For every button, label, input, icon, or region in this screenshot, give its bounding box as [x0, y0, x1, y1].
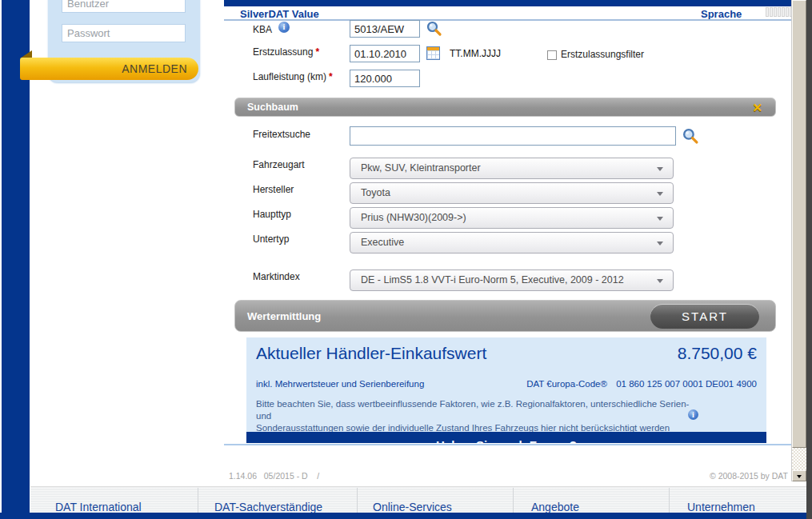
kba-search-icon[interactable]: [426, 20, 442, 37]
erstzulassungsfilter-label: Erstzulassungsfilter: [561, 49, 644, 60]
haupttyp-value: Prius (NHW30)(2009->): [361, 208, 466, 228]
laufleistung-label: Laufleistung (km)*: [253, 71, 333, 82]
europa-code-label: DAT €uropa-Code®: [526, 379, 607, 389]
haupttyp-select[interactable]: Prius (NHW30)(2009->): [350, 207, 674, 229]
nav-separator: [669, 488, 670, 514]
result-title: Aktueller Händler-Einkaufswert: [256, 344, 486, 363]
username-input[interactable]: [62, 0, 186, 13]
arrow-down-icon: [797, 475, 802, 478]
erstzulassung-label: Erstzulassung*: [253, 46, 319, 58]
date-format-hint: TT.MM.JJJJ: [450, 48, 501, 59]
version-text: 1.14.06 05/2015 - D /: [229, 471, 319, 481]
page-root: ANMELDEN SilverDAT Value Sprache KBA i E…: [0, 0, 812, 519]
required-marker: *: [329, 71, 333, 82]
flag-placeholder-icon[interactable]: [778, 7, 781, 17]
result-price: 8.750,00 €: [678, 344, 757, 363]
marktindex-select[interactable]: DE - LimS5 1.8 VVT-i Euro-Norm 5, Execut…: [350, 269, 674, 291]
content-top-bar: [224, 0, 792, 6]
untertyp-label: Untertyp: [253, 234, 289, 245]
freitext-search-icon[interactable]: [682, 127, 699, 145]
laufleistung-label-text: Laufleistung (km): [253, 71, 326, 82]
fahrzeugart-select[interactable]: Pkw, SUV, Kleintransporter: [350, 158, 674, 179]
nav-separator: [513, 488, 514, 514]
nav-item-unternehmen[interactable]: Unternehmen: [687, 501, 755, 513]
laufleistung-input[interactable]: [350, 70, 420, 87]
scrollbar-thumb[interactable]: [792, 0, 806, 448]
nav-item-online-services[interactable]: Online-Services: [373, 501, 452, 513]
bottom-accent-strip: [0, 513, 806, 519]
fahrzeugart-value: Pkw, SUV, Kleintransporter: [361, 158, 481, 178]
content-bottom-line: [224, 444, 792, 445]
chevron-down-icon: [657, 192, 663, 196]
disclaimer-line1: Bitte beachten Sie, dass wertbeeinflusse…: [256, 399, 689, 421]
close-icon[interactable]: ✕: [752, 98, 762, 117]
wertermittlung-title: Wertermittlung: [247, 301, 321, 333]
window-edge: [806, 0, 812, 519]
nav-item-dat-sachverstaendige[interactable]: DAT-Sachverständige: [214, 501, 322, 513]
chevron-down-icon: [657, 242, 663, 246]
chevron-down-icon: [657, 217, 663, 221]
suchbaum-section-bar: Suchbaum ✕: [234, 98, 776, 117]
marktindex-value: DE - LimS5 1.8 VVT-i Euro-Norm 5, Execut…: [361, 270, 624, 290]
europa-code-value: 01 860 125 007 0001 DE001 4900: [616, 379, 757, 389]
language-menu[interactable]: Sprache: [701, 8, 742, 20]
scrollbar-down-button[interactable]: [792, 470, 806, 481]
untertyp-select[interactable]: Executive: [350, 232, 674, 254]
clipped-banner-text: Haben Sie noch Fragen?: [246, 438, 766, 443]
haupttyp-label: Haupttyp: [253, 209, 291, 220]
nav-item-dat-international[interactable]: DAT International: [55, 501, 142, 513]
chevron-down-icon: [657, 167, 663, 171]
freitextsuche-input[interactable]: [350, 126, 676, 146]
erstzulassung-input[interactable]: [350, 45, 420, 62]
header-underline: [224, 19, 792, 21]
marktindex-label: Marktindex: [253, 271, 300, 282]
app-title: SilverDAT Value: [240, 8, 319, 20]
nav-item-angebote[interactable]: Angebote: [531, 501, 579, 513]
result-panel: Aktueller Händler-Einkaufswert 8.750,00 …: [246, 337, 766, 432]
hersteller-select[interactable]: Toyota: [350, 182, 674, 204]
info-icon[interactable]: i: [688, 409, 698, 420]
erstzulassungsfilter-checkbox[interactable]: [547, 50, 557, 60]
untertyp-value: Executive: [361, 233, 404, 253]
required-marker: *: [315, 46, 319, 58]
fahrzeugart-label: Fahrzeugart: [253, 159, 305, 170]
hersteller-label: Hersteller: [253, 184, 294, 195]
info-icon[interactable]: i: [278, 22, 290, 33]
password-input[interactable]: [62, 24, 186, 42]
erstzulassung-label-text: Erstzulassung: [253, 46, 313, 58]
calendar-icon[interactable]: [426, 46, 440, 60]
kba-input[interactable]: [350, 20, 420, 38]
login-submit-button[interactable]: ANMELDEN: [20, 58, 198, 80]
nav-separator: [357, 488, 358, 514]
kba-label: KBA: [253, 24, 272, 35]
vat-note: inkl. Mehrwertsteuer und Serienbereifung: [256, 379, 424, 389]
wertermittlung-section-bar: Wertermittlung START: [234, 300, 776, 332]
flag-placeholder-icon[interactable]: [770, 7, 773, 17]
start-button[interactable]: START: [650, 304, 759, 329]
flag-placeholder-icon[interactable]: [782, 7, 785, 17]
hersteller-value: Toyota: [361, 183, 390, 203]
europa-code-row: DAT €uropa-Code® 01 860 125 007 0001 DE0…: [526, 379, 757, 389]
freitextsuche-label: Freitextsuche: [253, 129, 310, 140]
flag-placeholder-icon[interactable]: [774, 7, 777, 17]
flag-placeholder-icon[interactable]: [766, 7, 769, 17]
nav-separator: [198, 488, 198, 514]
clipped-banner: Haben Sie noch Fragen?: [246, 432, 766, 443]
flag-placeholder-icon[interactable]: [786, 7, 789, 17]
copyright-text: © 2008-2015 by DAT: [632, 471, 788, 481]
chevron-down-icon: [657, 279, 663, 283]
suchbaum-title: Suchbaum: [247, 98, 298, 117]
